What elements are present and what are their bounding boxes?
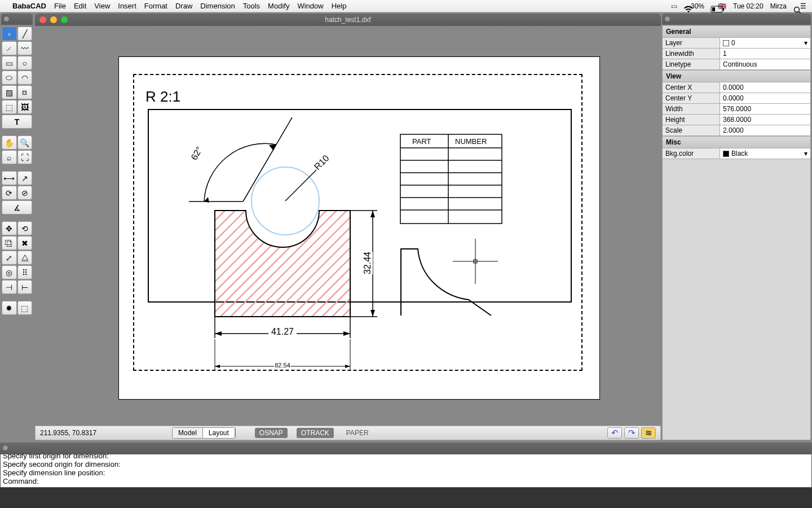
tool-hatch[interactable]: ▨	[2, 85, 17, 99]
undo-button[interactable]: ↶	[607, 427, 622, 439]
status-bar: 211.9355, 70.8317 Model Layout OSNAP OTR…	[35, 426, 661, 440]
user-name[interactable]: Mirza	[770, 2, 787, 10]
tool-dim-diameter[interactable]: ⊘	[17, 186, 33, 200]
prop-width-label: Width	[663, 104, 720, 114]
tool-image[interactable]: 🖼	[17, 100, 33, 114]
scale-text: R 2:1	[145, 88, 180, 106]
svg-marker-17	[215, 365, 220, 368]
svg-marker-18	[345, 365, 350, 368]
crosshair-cursor	[453, 239, 498, 284]
prop-layer-value[interactable]: 0▾	[720, 38, 810, 48]
menu-draw[interactable]: Draw	[175, 2, 192, 10]
dim-angle	[175, 113, 322, 226]
tool-dim-radius[interactable]: ⟳	[2, 186, 17, 200]
tool-dim-aligned[interactable]: ↗	[17, 171, 33, 185]
svg-rect-1	[723, 8, 724, 11]
tool-zoom-extents[interactable]: ⛶	[17, 150, 33, 164]
tool-insert[interactable]: ⬚	[2, 100, 17, 114]
menu-dimension[interactable]: Dimension	[200, 2, 235, 10]
clock[interactable]: Tue 02:20	[733, 2, 764, 10]
section-view: View	[663, 70, 810, 82]
menu-view[interactable]: View	[94, 2, 110, 10]
tool-palette-titlebar[interactable]	[1, 14, 33, 25]
section-general: General	[663, 25, 810, 38]
tool-arc[interactable]: ◠	[17, 71, 33, 85]
tool-circle[interactable]: ○	[17, 56, 33, 70]
space-tabs: Model Layout	[172, 427, 236, 439]
screen-mirror-icon[interactable]: ▭	[671, 2, 677, 10]
tool-trim[interactable]: ⊣	[2, 280, 17, 294]
drawing-canvas[interactable]: R 2:1 R10	[35, 26, 661, 426]
command-line[interactable]: Specify first origin for dimension: Spec…	[0, 454, 812, 488]
prop-width-value[interactable]: 576.0000	[720, 104, 810, 114]
svg-marker-22	[370, 211, 375, 217]
tool-text[interactable]: T	[2, 115, 32, 129]
prop-bgcolor-value[interactable]: Black▾	[720, 148, 810, 159]
menu-insert[interactable]: Insert	[118, 2, 136, 10]
tool-dim-angle[interactable]: ∡	[2, 200, 32, 214]
tab-model[interactable]: Model	[173, 428, 203, 438]
tool-erase[interactable]: ✖	[17, 236, 33, 250]
tool-zoom[interactable]: 🔍	[17, 135, 33, 150]
command-titlebar[interactable]	[0, 443, 812, 454]
tool-mirror[interactable]: ⧋	[17, 251, 33, 265]
cmd-history-2: Specify dimension line position:	[3, 468, 809, 477]
menu-tools[interactable]: Tools	[243, 2, 260, 10]
tool-point[interactable]: ▫	[2, 27, 17, 41]
section-misc: Misc	[663, 136, 810, 148]
menu-edit[interactable]: Edit	[74, 2, 86, 10]
cmd-history-1: Specify second origin for dimension:	[3, 460, 809, 468]
tab-layout[interactable]: Layout	[203, 428, 235, 438]
prop-centery-label: Center Y	[663, 93, 720, 103]
layers-button[interactable]: ≋	[641, 427, 656, 439]
tool-dim-linear[interactable]: ⟷	[2, 171, 17, 185]
toggle-otrack[interactable]: OTRACK	[297, 428, 334, 438]
menu-modify[interactable]: Modify	[268, 2, 289, 10]
prop-height-value[interactable]: 368.0000	[720, 115, 810, 125]
prop-scale-label: Scale	[663, 125, 720, 135]
tool-array[interactable]: ⠿	[17, 265, 33, 279]
window-footer	[0, 488, 812, 508]
status-coordinates: 211.9355, 70.8317	[40, 429, 96, 437]
prop-centery-value[interactable]: 0.0000	[720, 93, 810, 103]
tool-polyline[interactable]: ⟋	[2, 41, 17, 55]
app-name[interactable]: BabaCAD	[12, 2, 46, 10]
tool-block[interactable]: ⧈	[17, 85, 33, 99]
tool-spline[interactable]: 〰	[17, 41, 33, 55]
dim-v-text: 32.44	[363, 252, 373, 274]
prop-linewidth-value[interactable]: 1	[720, 49, 810, 59]
tool-offset[interactable]: ◎	[2, 265, 17, 279]
menu-format[interactable]: Format	[144, 2, 167, 10]
tool-ellipse[interactable]: ⬭	[2, 71, 17, 85]
tool-zoom-window[interactable]: ⌕	[2, 150, 17, 164]
tool-scale[interactable]: ⤢	[2, 251, 17, 265]
space-label: PAPER	[346, 429, 369, 437]
tool-extend[interactable]: ⊢	[17, 280, 33, 294]
document-titlebar[interactable]: hatch_test1.dxf	[35, 14, 661, 26]
prop-linetype-value[interactable]: Continuous	[720, 59, 810, 69]
toggle-osnap[interactable]: OSNAP	[255, 428, 288, 438]
tool-copy[interactable]: ⿻	[2, 236, 17, 250]
tool-rectangle[interactable]: ▭	[2, 56, 17, 70]
svg-line-4	[799, 11, 801, 14]
svg-point-3	[795, 7, 800, 12]
menu-help[interactable]: Help	[332, 2, 347, 10]
menu-file[interactable]: File	[54, 2, 66, 10]
prop-height-label: Height	[663, 115, 720, 125]
tool-line[interactable]: ╱	[17, 27, 33, 41]
tool-palette: ▫ ╱ ⟋ 〰 ▭ ○ ⬭ ◠ ▨ ⧈ ⬚ 🖼 T ✋ 🔍 ⌕ ⛶ ⟷ ↗ ⟳ …	[1, 26, 33, 440]
redo-button[interactable]: ↷	[624, 427, 639, 439]
properties-panel: General Layer 0▾ Linewidth 1 Linetype Co…	[662, 25, 811, 440]
prop-scale-value[interactable]: 2.0000	[720, 125, 810, 135]
prop-centerx-value[interactable]: 0.0000	[720, 82, 810, 93]
tool-rotate[interactable]: ⟲	[17, 221, 33, 235]
tool-explode[interactable]: ✸	[2, 301, 17, 315]
menu-window[interactable]: Window	[297, 2, 323, 10]
tool-pan[interactable]: ✋	[2, 135, 17, 150]
tool-regen[interactable]: ⬚	[17, 301, 33, 315]
document-title: hatch_test1.dxf	[35, 16, 661, 24]
parts-table	[400, 134, 503, 225]
tool-move[interactable]: ✥	[2, 221, 17, 235]
prop-layer-label: Layer	[663, 38, 720, 48]
properties-titlebar[interactable]	[662, 14, 811, 25]
